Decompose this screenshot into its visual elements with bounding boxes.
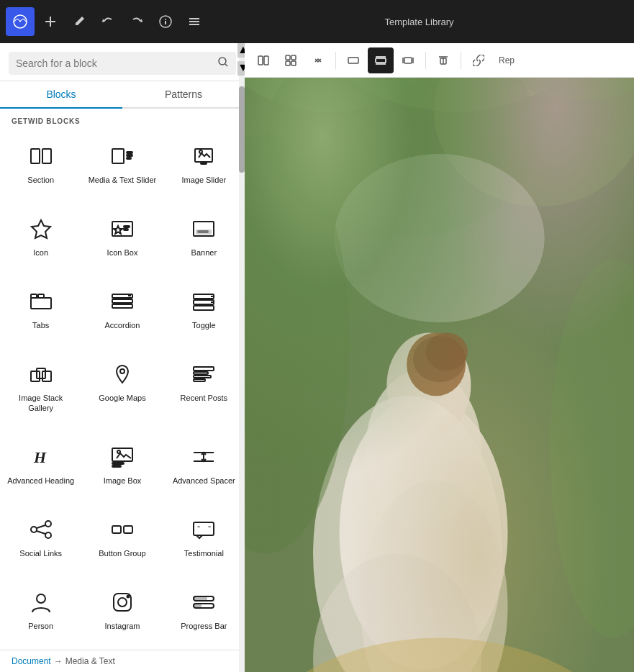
svg-rect-8 [189,24,199,25]
block-item-recent-posts[interactable]: Recent Posts [163,349,245,432]
edit-button[interactable] [66,9,92,35]
grid-view-toggle[interactable] [278,47,304,73]
svg-rect-72 [194,596,207,601]
breadcrumb-media-text: Media & Text [65,656,115,666]
scroll-arrow-down[interactable]: ▼ [237,61,245,76]
toolbar-separator-2 [425,52,426,69]
svg-rect-61 [112,526,121,533]
svg-point-50 [117,450,120,453]
block-item-banner[interactable]: Banner [163,204,245,276]
svg-point-104 [425,333,467,371]
list-view-toggle[interactable] [250,47,276,73]
link-icon [473,55,484,66]
svg-rect-6 [189,18,199,19]
block-item-testimonial[interactable]: " " Testimonial [163,504,245,577]
undo-button[interactable] [95,9,121,35]
block-label-icon-box: Icon Box [107,248,138,258]
link-button[interactable] [466,47,492,73]
block-label-google-maps: Google Maps [99,393,145,403]
tabs-icon [28,289,54,314]
block-item-image-box[interactable]: Image Box [81,432,163,504]
block-item-toggle[interactable]: Toggle [163,276,245,349]
block-item-button-group[interactable]: Button Group [81,504,163,577]
accordion-icon [109,289,135,314]
full-width-button[interactable] [340,47,366,73]
svg-point-106 [313,396,502,672]
top-align-icon [438,55,449,66]
svg-point-56 [45,521,51,527]
block-item-image-stack-gallery[interactable]: Image Stack Gallery [0,349,81,432]
svg-rect-24 [124,229,128,230]
svg-point-92 [297,78,613,112]
block-item-advanced-heading[interactable]: H Advanced Heading [0,432,81,504]
media-text-slider-icon [109,143,135,169]
tab-blocks[interactable]: Blocks [0,81,122,109]
tab-patterns[interactable]: Patterns [122,81,245,109]
list-view-button[interactable] [181,9,207,35]
block-item-section[interactable]: Section [0,131,81,204]
block-label-advanced-heading: Advanced Heading [7,476,74,486]
svg-rect-32 [112,299,132,303]
block-item-media-text-slider[interactable]: Media & Text Slider [81,131,163,204]
info-button[interactable] [153,9,178,35]
panel-tabs: Blocks Patterns [0,81,245,109]
scrollbar-thumb[interactable] [239,86,245,173]
block-item-advanced-spacer[interactable]: Advanced Spacer [163,432,245,504]
block-label-icon: Icon [33,248,48,258]
search-icon-button[interactable] [217,56,229,71]
main-area: Blocks Patterns GETWID BLOCKS Section [0,43,634,672]
svg-rect-16 [127,158,131,159]
block-item-progress-bar[interactable]: Progress Bar [163,577,245,650]
svg-line-10 [225,64,227,66]
section-icon [28,143,54,169]
wp-logo[interactable] [6,7,35,36]
toolbar-separator-3 [461,52,461,69]
svg-point-9 [219,58,226,65]
wide-button[interactable] [368,47,394,73]
left-panel: Blocks Patterns GETWID BLOCKS Section [0,43,245,672]
block-item-accordion[interactable]: Accordion [81,276,163,349]
block-label-media-text-slider: Media & Text Slider [89,175,157,185]
search-input[interactable] [16,58,212,69]
block-label-image-stack-gallery: Image Stack Gallery [6,393,75,414]
block-item-image-slider[interactable]: Image Slider [163,131,245,204]
svg-point-58 [31,527,37,532]
image-stack-gallery-icon [28,361,54,387]
block-label-image-slider: Image Slider [181,175,226,185]
svg-rect-2 [45,21,55,22]
up-down-toggle[interactable] [305,47,331,73]
svg-rect-114 [245,78,634,672]
top-align-button[interactable] [430,47,456,73]
block-label-accordion: Accordion [105,320,140,330]
block-item-instagram[interactable]: Instagram [81,577,163,650]
svg-rect-44 [194,367,214,371]
breadcrumb-document[interactable]: Document [12,656,51,666]
replace-button[interactable]: Rep [493,47,520,73]
svg-point-108 [313,554,481,672]
block-item-person[interactable]: Person [0,577,81,650]
canvas-area [245,78,634,672]
svg-point-107 [361,480,508,672]
svg-rect-76 [286,55,290,60]
full-width-icon [348,55,359,66]
block-item-google-maps[interactable]: Google Maps [81,349,163,432]
svg-point-99 [334,154,544,322]
block-item-tabs[interactable]: Tabs [0,276,81,349]
block-item-icon[interactable]: Icon [0,204,81,276]
block-item-social-links[interactable]: Social Links [0,504,81,577]
breadcrumb: Document → Media & Text [0,650,245,672]
block-item-icon-box[interactable]: Icon Box [81,204,163,276]
redo-button[interactable] [124,9,150,35]
image-box-icon [109,444,135,470]
svg-rect-40 [31,371,40,381]
scroll-arrow-up[interactable]: ▲ [237,43,245,58]
block-label-toggle: Toggle [192,320,215,330]
add-block-button[interactable] [37,9,63,35]
inset-button[interactable] [395,47,421,73]
list-view-icon [258,55,269,66]
svg-rect-77 [291,55,296,60]
progress-bar-icon [191,589,217,615]
inset-icon [402,55,414,66]
block-label-recent-posts: Recent Posts [181,393,227,403]
svg-point-91 [245,78,455,112]
